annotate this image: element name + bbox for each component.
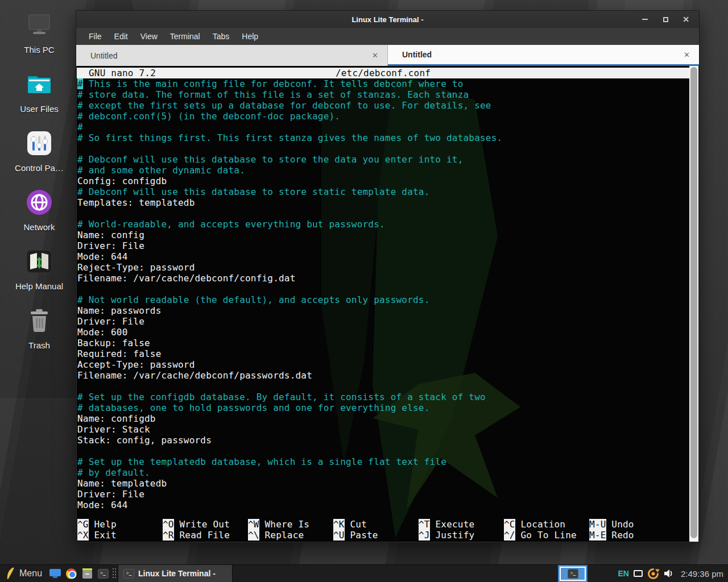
start-menu-button[interactable]: Menu xyxy=(0,565,47,582)
editor-line xyxy=(77,381,689,392)
menu-file[interactable]: File xyxy=(82,28,108,45)
maximize-icon xyxy=(663,17,668,22)
nano-filename: /etc/debconf.conf xyxy=(77,68,689,78)
maximize-button[interactable] xyxy=(661,15,669,23)
tab-untitled-2[interactable]: Untitled ✕ xyxy=(388,45,699,66)
editor-line: Mode: 644 xyxy=(77,251,689,262)
menu-help[interactable]: Help xyxy=(235,28,264,45)
file-cabinet-icon xyxy=(82,568,93,579)
terminal-viewport[interactable]: GNU nano 7.2 /etc/debconf.conf # This is… xyxy=(77,66,689,542)
editor-line: Driver: File xyxy=(77,316,689,327)
close-button[interactable]: ✕ xyxy=(682,15,690,23)
desktop-icon-network[interactable]: Network xyxy=(3,188,75,232)
window-list-handle[interactable] xyxy=(111,565,118,582)
manual-book-icon xyxy=(24,247,54,276)
editor-line: Name: templatedb xyxy=(77,478,689,489)
editor-line: Driver: File xyxy=(77,240,689,251)
nano-shortcut[interactable]: ^O Write Out xyxy=(163,519,248,530)
desktop-icon-control-panel[interactable]: Control Pa… xyxy=(3,128,75,173)
tab-label: Untitled xyxy=(402,50,432,59)
menu-terminal[interactable]: Terminal xyxy=(164,28,206,45)
editor-line: Filename: /var/cache/debconf/config.dat xyxy=(77,273,689,284)
nano-shortcut[interactable]: ^\ Replace xyxy=(248,530,333,541)
menu-tabs[interactable]: Tabs xyxy=(206,28,236,45)
desktop-icon-this-pc[interactable]: This PC xyxy=(3,10,75,55)
editor-line xyxy=(77,284,689,294)
terminal-scrollbar[interactable] xyxy=(689,66,698,542)
desktop-icon-label: Help Manual xyxy=(15,281,63,291)
terminal-icon: >_ xyxy=(568,569,578,579)
editor-line: Filename: /var/cache/debconf/passwords.d… xyxy=(77,370,689,381)
nano-shortcut[interactable]: ^X Exit xyxy=(77,530,163,541)
editor-line xyxy=(77,446,689,456)
desktop-icon-user-files[interactable]: User Files xyxy=(3,69,75,114)
nano-buffer[interactable]: # This is the main config file for debco… xyxy=(77,78,689,510)
window-titlebar[interactable]: Linux Lite Terminal - ✕ xyxy=(76,11,699,28)
taskbar: Menu >_ >_ Linux Lite Terminal - >_ EN xyxy=(0,564,728,582)
editor-line: # and some other dynamic data. xyxy=(77,165,689,176)
editor-line: # Set up the configdb database. By defau… xyxy=(77,392,689,402)
nano-shortcut[interactable]: ^J Justify xyxy=(419,530,504,541)
nano-shortcut[interactable]: ^T Execute xyxy=(419,519,504,530)
nano-shortcut[interactable]: ^W Where Is xyxy=(248,519,333,530)
display-settings-icon[interactable] xyxy=(634,570,643,577)
tab-untitled-1[interactable]: Untitled ✕ xyxy=(76,45,388,66)
taskbar-task-terminal[interactable]: >_ Linux Lite Terminal - xyxy=(118,565,233,582)
editor-line: # databases, one to hold passwords and o… xyxy=(77,402,689,413)
launcher-desktop-button[interactable] xyxy=(47,565,63,582)
launcher-file-manager-button[interactable] xyxy=(79,565,95,582)
nano-shortcut[interactable]: M-E Redo xyxy=(589,530,675,541)
nano-shortcut[interactable]: ^R Read File xyxy=(163,530,248,541)
editor-line: # store data. The format of this file is… xyxy=(77,89,689,100)
window-title: Linux Lite Terminal - xyxy=(76,15,699,24)
launcher-terminal-button[interactable]: >_ xyxy=(95,565,111,582)
desktop-icon-trash[interactable]: Trash xyxy=(3,306,75,350)
editor-line: # Not world readable (the default), and … xyxy=(77,294,689,305)
clock[interactable]: 2:49:36 pm xyxy=(681,569,723,579)
nano-shortcut-bar: ^G Help^O Write Out^W Where Is^K Cut^T E… xyxy=(77,519,689,542)
launcher-chrome-button[interactable] xyxy=(63,565,79,582)
nano-shortcut[interactable]: ^U Paste xyxy=(333,530,419,541)
desktop-icon-column: This PC User Files xyxy=(3,10,75,350)
close-icon: ✕ xyxy=(682,15,689,23)
sliders-icon xyxy=(24,128,54,158)
volume-icon[interactable] xyxy=(664,569,674,578)
nano-shortcut[interactable]: ^K Cut xyxy=(333,519,419,530)
tab-close-icon[interactable]: ✕ xyxy=(372,51,378,60)
start-menu-label: Menu xyxy=(19,568,42,579)
editor-line: # debconf.conf(5) (in the debconf-doc pa… xyxy=(77,111,689,122)
globe-icon xyxy=(24,188,54,217)
nano-shortcut[interactable]: M-U Undo xyxy=(589,519,675,530)
keyboard-layout-indicator[interactable]: EN xyxy=(618,569,628,578)
menu-view[interactable]: View xyxy=(134,28,164,45)
editor-line: Config: configdb xyxy=(77,176,689,186)
scrollbar-thumb[interactable] xyxy=(690,67,697,538)
desktop-icon-label: Trash xyxy=(28,340,50,350)
desktop-icon-label: Network xyxy=(23,222,55,232)
editor-line: Backup: false xyxy=(77,338,689,348)
menu-bar: File Edit View Terminal Tabs Help xyxy=(76,28,699,45)
nano-shortcut[interactable]: ^/ Go To Line xyxy=(504,530,589,541)
nano-shortcut[interactable]: ^G Help xyxy=(77,519,163,530)
desktop-icon-label: Control Pa… xyxy=(15,163,64,173)
minimize-button[interactable] xyxy=(641,15,649,23)
terminal-window: Linux Lite Terminal - ✕ File Edit View T… xyxy=(76,10,700,543)
workspace-pager[interactable]: >_ xyxy=(558,565,588,582)
editor-line: # except the first sets up a database fo… xyxy=(77,100,689,111)
nano-shortcut[interactable]: ^C Location xyxy=(504,519,589,530)
desktop-icon-label: User Files xyxy=(20,104,59,114)
editor-line: # xyxy=(77,122,689,132)
shortcut-row-1: ^G Help^O Write Out^W Where Is^K Cut^T E… xyxy=(77,519,689,530)
editor-line: Required: false xyxy=(77,348,689,359)
system-tray: EN 2:49:36 pm xyxy=(618,568,728,580)
tab-close-icon[interactable]: ✕ xyxy=(684,51,690,59)
update-notifier-icon[interactable] xyxy=(647,568,659,580)
nano-title-bar: GNU nano 7.2 /etc/debconf.conf xyxy=(77,68,689,78)
desktop-icon-help-manual[interactable]: Help Manual xyxy=(3,247,75,291)
editor-line: # Debconf will use this database to stor… xyxy=(77,186,689,197)
editor-line: # Debconf will use this database to stor… xyxy=(77,154,689,165)
menu-edit[interactable]: Edit xyxy=(108,28,134,45)
minimize-icon xyxy=(642,19,648,20)
editor-line: # by default. xyxy=(77,467,689,478)
blue-window-icon xyxy=(49,569,61,578)
